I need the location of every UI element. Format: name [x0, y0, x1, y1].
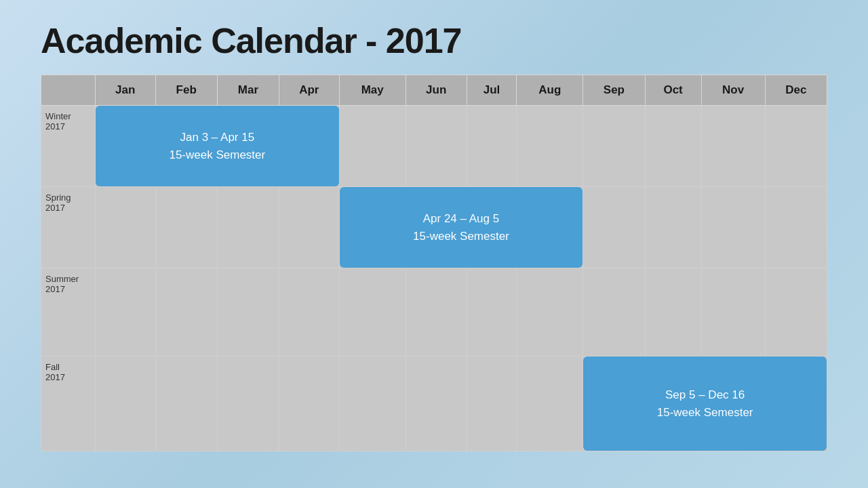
- spring-oct: [645, 187, 701, 268]
- summer-aug: [517, 268, 583, 357]
- spring-jan: [96, 187, 156, 268]
- spring-nov: [701, 187, 765, 268]
- fall-mar: [217, 357, 279, 451]
- spring-feb: [155, 187, 217, 268]
- winter-aug: [517, 106, 583, 187]
- summer-oct: [645, 268, 701, 357]
- fall-duration: 15-week Semester: [657, 404, 753, 422]
- summer-apr: [279, 268, 340, 357]
- spring-block-cell: Apr 24 – Aug 5 15-week Semester: [339, 187, 583, 268]
- row-summer: Summer2017: [41, 268, 827, 357]
- winter-nov: [701, 106, 765, 187]
- header-mar: Mar: [217, 75, 279, 106]
- label-winter: Winter2017: [41, 106, 96, 187]
- row-spring: Spring2017 Apr 24 – Aug 5 15-week Semest…: [41, 187, 827, 268]
- header-dec: Dec: [765, 75, 827, 106]
- fall-apr: [279, 357, 340, 451]
- fall-jun: [406, 357, 467, 451]
- spring-apr: [279, 187, 340, 268]
- spring-sep: [583, 187, 645, 268]
- header-feb: Feb: [155, 75, 217, 106]
- label-fall: Fall2017: [41, 357, 96, 451]
- summer-may: [339, 268, 406, 357]
- summer-jan: [96, 268, 156, 357]
- header-jul: Jul: [467, 75, 517, 106]
- header-apr: Apr: [279, 75, 340, 106]
- winter-sep: [583, 106, 645, 187]
- header-nov: Nov: [701, 75, 765, 106]
- winter-duration: 15-week Semester: [169, 146, 265, 164]
- summer-dec: [765, 268, 827, 357]
- fall-jan: [96, 357, 156, 451]
- spring-semester-block: Apr 24 – Aug 5 15-week Semester: [340, 187, 583, 268]
- winter-semester-block: Jan 3 – Apr 15 15-week Semester: [96, 106, 339, 186]
- page-title: Academic Calendar - 2017: [0, 0, 868, 75]
- header-jun: Jun: [406, 75, 467, 106]
- label-spring: Spring2017: [41, 187, 96, 268]
- calendar-table: Jan Feb Mar Apr May Jun Jul Aug Sep Oct …: [41, 75, 827, 451]
- summer-feb: [155, 268, 217, 357]
- header-aug: Aug: [517, 75, 583, 106]
- fall-block-cell: Sep 5 – Dec 16 15-week Semester: [583, 357, 827, 451]
- summer-mar: [217, 268, 279, 357]
- spring-duration: 15-week Semester: [413, 228, 509, 245]
- summer-jul: [467, 268, 517, 357]
- header-jan: Jan: [96, 75, 156, 106]
- winter-may: [339, 106, 406, 187]
- fall-may: [339, 357, 406, 451]
- winter-dates: Jan 3 – Apr 15: [180, 129, 255, 146]
- summer-jun: [406, 268, 467, 357]
- header-sep: Sep: [583, 75, 645, 106]
- header-oct: Oct: [645, 75, 701, 106]
- fall-feb: [155, 357, 217, 451]
- calendar-wrapper: Jan Feb Mar Apr May Jun Jul Aug Sep Oct …: [41, 75, 827, 451]
- winter-block-cell: Jan 3 – Apr 15 15-week Semester: [96, 106, 340, 187]
- winter-dec: [765, 106, 827, 187]
- winter-jun: [406, 106, 467, 187]
- winter-oct: [645, 106, 701, 187]
- fall-semester-block: Sep 5 – Dec 16 15-week Semester: [583, 357, 827, 451]
- row-winter: Winter2017 Jan 3 – Apr 15 15-week Semest…: [41, 106, 827, 187]
- row-fall: Fall2017 Sep 5 – Dec 16 15-week Semester: [41, 357, 827, 451]
- winter-jul: [467, 106, 517, 187]
- fall-dates: Sep 5 – Dec 16: [665, 386, 745, 404]
- spring-dec: [765, 187, 827, 268]
- fall-jul: [467, 357, 517, 451]
- header-empty: [41, 75, 96, 106]
- summer-nov: [701, 268, 765, 357]
- summer-sep: [583, 268, 645, 357]
- spring-mar: [217, 187, 279, 268]
- header-may: May: [339, 75, 406, 106]
- fall-aug: [517, 357, 583, 451]
- label-summer: Summer2017: [41, 268, 96, 357]
- spring-dates: Apr 24 – Aug 5: [423, 210, 499, 228]
